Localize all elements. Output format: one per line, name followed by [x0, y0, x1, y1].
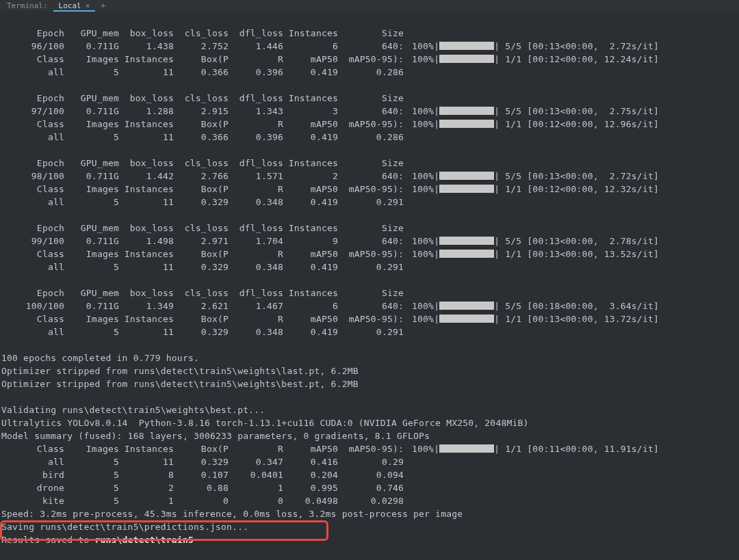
terminal-output[interactable]: EpochGPU_membox_losscls_lossdfl_lossInst…: [0, 11, 739, 560]
tab-local[interactable]: Local ×: [53, 0, 96, 11]
progress-bar: [439, 120, 494, 128]
progress-tail: 100%|| 5/5 [00:13<00:00, 2.72s/it]: [404, 40, 659, 53]
progress-bar: [439, 172, 494, 180]
output-cell: 0.329: [174, 325, 229, 338]
close-icon[interactable]: ×: [86, 1, 90, 10]
progress-tail: 100%|| 1/1 [00:12<00:00, 12.24s/it]: [404, 53, 659, 66]
output-cell: box_loss: [119, 222, 174, 235]
output-cell: 5: [64, 468, 119, 481]
output-cell: 0.291: [338, 325, 404, 338]
output-cell: 0.348: [229, 325, 283, 338]
output-row: ClassImagesInstancesBox(PRmAP50mAP50-95)…: [1, 442, 736, 455]
output-cell: Instances: [283, 286, 338, 299]
progress-bar: [439, 107, 494, 115]
output-row: EpochGPU_membox_losscls_lossdfl_lossInst…: [1, 222, 736, 235]
output-row: ClassImagesInstancesBox(PRmAP50mAP50-95)…: [1, 183, 736, 196]
panel-label: Terminal:: [1, 1, 53, 10]
output-cell: 2.971: [174, 235, 229, 248]
output-cell: all: [1, 261, 64, 274]
output-row: EpochGPU_membox_losscls_lossdfl_lossInst…: [1, 157, 736, 170]
output-cell: mAP50-95):: [338, 248, 404, 261]
output-cell: mAP50: [283, 248, 338, 261]
output-row: all5110.3660.3960.4190.286: [1, 131, 736, 144]
progress-tail: 100%|| 1/1 [00:12<00:00, 12.96s/it]: [404, 118, 659, 131]
output-cell: dfl_loss: [229, 286, 283, 299]
output-row: all5110.3290.3480.4190.291: [1, 325, 736, 338]
output-cell: cls_loss: [174, 286, 229, 299]
output-cell: 640:: [338, 40, 404, 53]
output-cell: Size: [338, 286, 404, 299]
output-cell: mAP50-95):: [338, 118, 404, 131]
output-cell: 640:: [338, 170, 404, 183]
output-cell: 0.291: [338, 261, 404, 274]
output-cell: drone: [1, 481, 64, 494]
output-cell: 5: [64, 261, 119, 274]
blank-line: [1, 144, 736, 157]
output-cell: 0.711G: [64, 105, 119, 118]
output-row: all5110.3290.3470.4160.29: [1, 455, 736, 468]
progress-tail: 100%|| 1/1 [00:13<00:00, 13.72s/it]: [404, 312, 659, 325]
output-cell: mAP50: [283, 53, 338, 66]
output-cell: 0.396: [229, 66, 283, 79]
progress-bar: [439, 42, 494, 50]
output-cell: 0: [229, 494, 283, 507]
output-cell: 5: [64, 66, 119, 79]
output-cell: Class: [1, 118, 64, 131]
speed-line: Speed: 3.2ms pre-process, 45.3ms inferen…: [1, 507, 736, 520]
output-cell: mAP50-95):: [338, 312, 404, 325]
output-cell: 1: [119, 494, 174, 507]
output-cell: 2.621: [174, 299, 229, 312]
output-cell: bird: [1, 468, 64, 481]
output-line: Ultralytics YOLOv8.0.14 Python-3.8.16 to…: [1, 416, 736, 429]
output-cell: 2.766: [174, 170, 229, 183]
output-cell: GPU_mem: [64, 27, 119, 40]
output-cell: 98/100: [1, 170, 64, 183]
output-cell: Instances: [283, 92, 338, 105]
output-cell: Instances: [283, 157, 338, 170]
output-cell: Size: [338, 27, 404, 40]
output-row: 98/1000.711G1.4422.7661.5712640: 100%|| …: [1, 170, 736, 183]
output-row: ClassImagesInstancesBox(PRmAP50mAP50-95)…: [1, 248, 736, 261]
output-cell: all: [1, 455, 64, 468]
output-cell: 1.343: [229, 105, 283, 118]
output-cell: 640:: [338, 299, 404, 312]
output-row: EpochGPU_membox_losscls_lossdfl_lossInst…: [1, 92, 736, 105]
progress-bar: [439, 55, 494, 63]
output-cell: dfl_loss: [229, 92, 283, 105]
output-cell: Epoch: [1, 286, 64, 299]
output-cell: box_loss: [119, 92, 174, 105]
output-cell: 0.204: [283, 468, 338, 481]
output-cell: 96/100: [1, 40, 64, 53]
output-cell: Class: [1, 312, 64, 325]
output-cell: 11: [119, 325, 174, 338]
output-cell: all: [1, 325, 64, 338]
output-cell: 640:: [338, 105, 404, 118]
output-row: 100/1000.711G1.3492.6211.4676640: 100%||…: [1, 299, 736, 312]
output-row: drone520.8810.9950.746: [1, 481, 736, 494]
output-cell: Instances: [283, 222, 338, 235]
progress-bar: [439, 315, 494, 323]
output-cell: all: [1, 131, 64, 144]
output-row: all5110.3290.3480.4190.291: [1, 261, 736, 274]
output-cell: Epoch: [1, 27, 64, 40]
output-cell: mAP50-95):: [338, 442, 404, 455]
output-row: ClassImagesInstancesBox(PRmAP50mAP50-95)…: [1, 53, 736, 66]
output-cell: Box(P: [174, 442, 229, 455]
blank-line: [1, 209, 736, 222]
output-cell: Images: [64, 248, 119, 261]
progress-tail: 100%|| 1/1 [00:12<00:00, 12.32s/it]: [404, 183, 659, 196]
output-cell: 0.094: [338, 468, 404, 481]
add-tab-button[interactable]: +: [95, 1, 111, 10]
output-cell: mAP50: [283, 183, 338, 196]
output-line: Optimizer stripped from runs\detect\trai…: [1, 364, 736, 377]
output-cell: 1.442: [119, 170, 174, 183]
output-cell: Epoch: [1, 222, 64, 235]
output-cell: R: [229, 248, 283, 261]
output-cell: Size: [338, 222, 404, 235]
output-cell: all: [1, 196, 64, 209]
output-cell: 0.291: [338, 196, 404, 209]
progress-tail: 100%|| 1/1 [00:11<00:00, 11.91s/it]: [404, 442, 659, 455]
progress-bar: [439, 250, 494, 258]
progress-bar: [439, 237, 494, 245]
output-cell: cls_loss: [174, 157, 229, 170]
